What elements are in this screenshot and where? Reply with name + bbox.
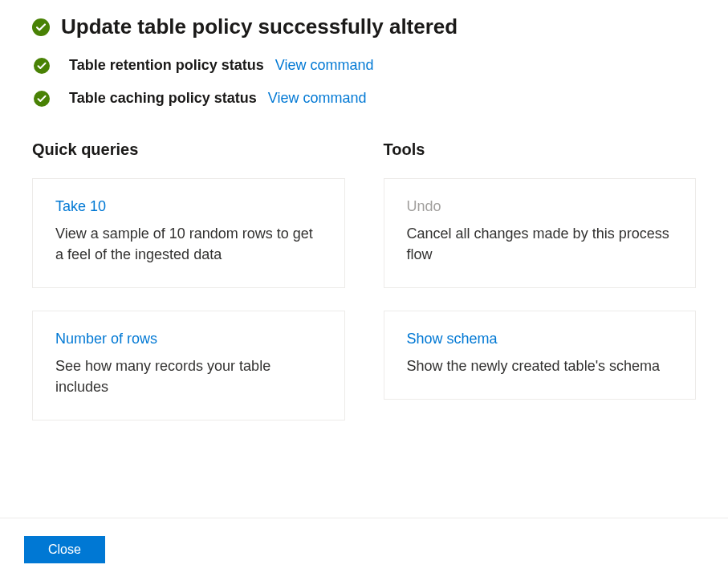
take-10-card[interactable]: Take 10 View a sample of 10 random rows … <box>32 178 345 288</box>
status-label: Table retention policy status <box>69 57 264 74</box>
card-title: Undo <box>407 198 673 215</box>
header-row: Update table policy successfully altered <box>32 14 696 39</box>
status-row-caching: Table caching policy status View command <box>32 90 696 107</box>
view-command-link[interactable]: View command <box>275 57 374 74</box>
tools-column: Tools Undo Cancel all changes made by th… <box>384 140 697 443</box>
page-title: Update table policy successfully altered <box>61 14 458 39</box>
card-desc: View a sample of 10 random rows to get a… <box>55 223 322 265</box>
footer: Close <box>0 518 728 581</box>
quick-queries-column: Quick queries Take 10 View a sample of 1… <box>32 140 345 443</box>
success-check-icon <box>34 58 50 74</box>
show-schema-card[interactable]: Show schema Show the newly created table… <box>384 311 697 400</box>
card-desc: Show the newly created table's schema <box>407 356 673 376</box>
undo-card[interactable]: Undo Cancel all changes made by this pro… <box>384 178 697 288</box>
number-of-rows-card[interactable]: Number of rows See how many records your… <box>32 311 345 421</box>
status-row-retention: Table retention policy status View comma… <box>32 57 696 74</box>
columns-container: Quick queries Take 10 View a sample of 1… <box>32 140 696 443</box>
view-command-link[interactable]: View command <box>268 90 367 107</box>
close-button[interactable]: Close <box>24 536 105 563</box>
success-check-icon <box>32 18 50 36</box>
card-title: Take 10 <box>55 198 322 215</box>
card-title: Number of rows <box>55 331 322 347</box>
card-desc: See how many records your table includes <box>55 356 322 397</box>
quick-queries-title: Quick queries <box>32 140 345 159</box>
card-desc: Cancel all changes made by this process … <box>407 223 673 265</box>
status-label: Table caching policy status <box>69 90 257 107</box>
card-title: Show schema <box>407 331 673 347</box>
tools-title: Tools <box>384 140 697 159</box>
success-check-icon <box>34 91 50 107</box>
